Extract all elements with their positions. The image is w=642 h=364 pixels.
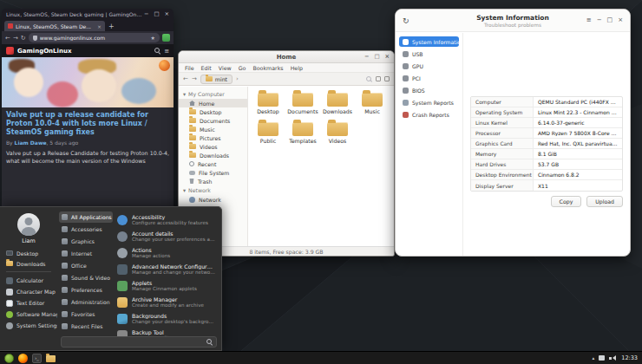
sidebar-item-trash[interactable]: Trash [179, 177, 247, 185]
place-desktop[interactable]: Desktop [0, 248, 57, 258]
app-account-details[interactable]: Account detailsChange your user preferen… [115, 228, 218, 244]
category-recent-files[interactable]: Recent Files [59, 321, 113, 332]
category-internet[interactable]: Internet [59, 248, 113, 259]
new-tab-button[interactable]: + [108, 23, 115, 30]
category-sound-video[interactable]: Sound & Video [59, 272, 113, 283]
app-accessibility[interactable]: AccessibilityConfigure accessibility fea… [115, 211, 218, 228]
app-applets[interactable]: AppletsManage Cinnamon applets [115, 277, 218, 294]
url-bar[interactable]: www.gamingonlinux.com ★ [29, 33, 160, 42]
back-icon[interactable]: ← [5, 35, 10, 42]
forward-icon[interactable]: → [192, 75, 197, 82]
folder-documents[interactable]: Documents [285, 93, 320, 114]
sidebar-item-home[interactable]: Home [179, 99, 247, 107]
menu-button[interactable] [4, 354, 14, 363]
sidebar-item-downloads[interactable]: Downloads [179, 151, 247, 159]
tray-status-icon[interactable] [599, 355, 605, 361]
sidebar-item-file-system[interactable]: File System [179, 168, 247, 177]
sysinfo-titlebar[interactable]: ↻ System Information Troubleshoot proble… [396, 10, 630, 32]
category-graphics[interactable]: Graphics [59, 236, 113, 247]
app-backup-tool[interactable]: Backup ToolBackup your files [115, 327, 218, 336]
sidebar-item-recent[interactable]: Recent [179, 159, 247, 168]
menu-file[interactable]: File [185, 65, 194, 71]
folder-videos[interactable]: Videos [320, 122, 355, 144]
list-view-icon[interactable] [384, 76, 390, 81]
category-favorites[interactable]: Favorites [59, 309, 113, 320]
app-backgrounds[interactable]: BackgroundsChange your desktop's backgro… [115, 310, 218, 327]
favorite-calculator[interactable]: Calculator [0, 275, 57, 286]
category-preferences[interactable]: Preferences [59, 284, 113, 296]
clock[interactable]: 12:33 [621, 354, 638, 361]
nav-gpu[interactable]: GPU [399, 61, 459, 71]
maximize-icon[interactable]: □ [154, 11, 159, 17]
tray-expand-icon[interactable]: ▴ [593, 355, 595, 361]
sidebar-item-network[interactable]: Network [179, 195, 247, 204]
sidebar-item-music[interactable]: Music [179, 125, 247, 133]
favorite-character-map[interactable]: Character Map [0, 286, 57, 297]
close-icon[interactable]: × [165, 11, 169, 17]
browser-tab[interactable]: Linux, SteamOS, Steam De... × [4, 21, 105, 31]
site-brand[interactable]: GamingOnLinux [17, 48, 151, 55]
reload-icon[interactable]: ↻ [21, 35, 26, 42]
minimize-icon[interactable]: − [364, 54, 369, 60]
article-headline[interactable]: Valve put up a release candidate for Pro… [2, 107, 174, 139]
minimize-icon[interactable]: − [144, 11, 148, 17]
files-launcher-icon[interactable] [46, 355, 56, 362]
minimize-icon[interactable]: − [597, 17, 602, 23]
search-icon[interactable] [154, 48, 160, 54]
site-logo-icon[interactable] [6, 47, 14, 55]
maximize-icon[interactable]: □ [374, 54, 379, 60]
article-image[interactable] [2, 57, 174, 107]
favorite-system-settings[interactable]: System Settings [0, 320, 57, 331]
category-administration[interactable]: Administration [59, 296, 113, 308]
favorite-software-manager[interactable]: Software Manager [0, 309, 57, 320]
extension-icon[interactable] [162, 34, 170, 42]
menu-search-input[interactable] [65, 339, 204, 345]
menu-view[interactable]: View [219, 65, 232, 71]
nav-system-information[interactable]: System Information [399, 36, 459, 47]
sidebar-item-videos[interactable]: Videos [179, 142, 247, 151]
nav-system-reports[interactable]: System Reports [399, 97, 459, 107]
nemo-titlebar[interactable]: Home − □ × [179, 51, 394, 63]
sidebar-item-documents[interactable]: Documents [179, 116, 247, 125]
copy-button[interactable]: Copy [551, 196, 582, 207]
folder-downloads[interactable]: Downloads [320, 93, 355, 114]
user-avatar[interactable] [17, 213, 40, 236]
menu-edit[interactable]: Edit [201, 65, 212, 71]
folder-public[interactable]: Public [251, 122, 285, 144]
firefox-launcher-icon[interactable] [18, 354, 28, 363]
category-accessories[interactable]: Accessories [59, 224, 113, 235]
close-icon[interactable]: × [618, 17, 623, 23]
app-archive-manager[interactable]: Archive ManagerCreate and modify an arch… [115, 294, 218, 310]
menu-help[interactable]: Help [291, 65, 303, 71]
menu-go[interactable]: Go [239, 65, 246, 71]
folder-desktop[interactable]: Desktop [251, 93, 285, 114]
path-button[interactable]: mint [200, 75, 233, 84]
grid-view-icon[interactable] [376, 76, 381, 81]
close-icon[interactable]: × [385, 54, 390, 60]
shield-icon[interactable] [33, 36, 37, 41]
app-actions[interactable]: ActionsManage actions [115, 244, 218, 261]
category-all-applications[interactable]: All Applications [59, 211, 113, 223]
terminal-launcher-icon[interactable]: ›_ [32, 354, 42, 363]
volume-icon[interactable] [609, 354, 617, 362]
back-icon[interactable]: ← [183, 75, 188, 82]
nav-usb[interactable]: USB [399, 49, 459, 59]
file-view[interactable]: Desktop Documents Downloads Music Public… [248, 87, 394, 246]
sidebar-section-computer[interactable]: ▾ My Computer [179, 89, 247, 99]
author-link[interactable]: Liam Dawe [15, 140, 47, 146]
place-downloads[interactable]: Downloads [0, 258, 57, 269]
folder-templates[interactable]: Templates [285, 122, 320, 144]
favorite-text-editor[interactable]: Text Editor [0, 297, 57, 309]
category-office[interactable]: Office [59, 260, 113, 271]
nav-pci[interactable]: PCI [399, 73, 459, 83]
nav-crash-reports[interactable]: Crash Reports [399, 109, 459, 120]
app-advanced-network-configuration[interactable]: Advanced Network ConfigurationManage and… [115, 261, 218, 277]
bookmark-star-icon[interactable]: ★ [151, 35, 155, 41]
tab-close-icon[interactable]: × [97, 23, 102, 29]
sidebar-item-pictures[interactable]: Pictures [179, 133, 247, 142]
firefox-titlebar[interactable]: Linux, SteamOS, Steam Deck gaming | Gami… [2, 9, 174, 19]
maximize-icon[interactable]: □ [607, 17, 613, 23]
search-icon[interactable] [366, 76, 372, 82]
sidebar-section-network[interactable]: ▾ Network [179, 185, 247, 195]
menu-bookmarks[interactable]: Bookmarks [252, 65, 283, 71]
